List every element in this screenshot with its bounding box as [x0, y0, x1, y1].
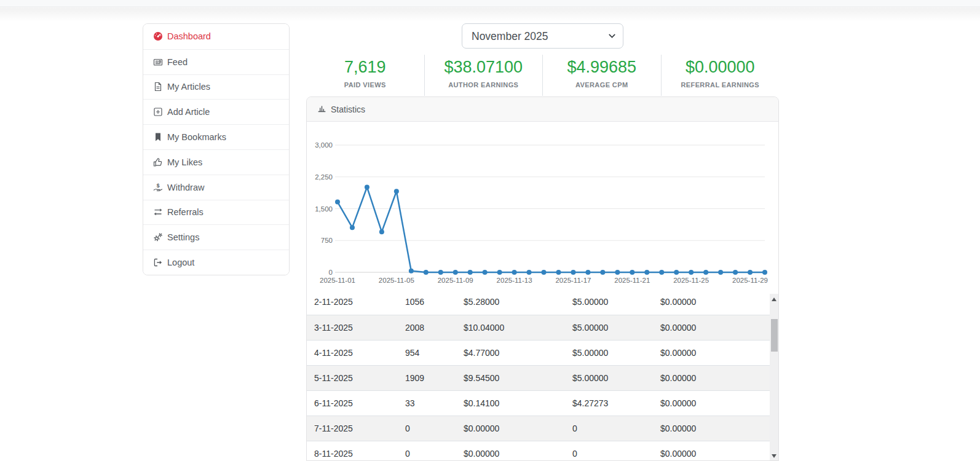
sidebar-item-label: Logout: [167, 258, 194, 267]
cell-earnings: $0.00000: [456, 441, 565, 461]
stat-label: AUTHOR EARNINGS: [425, 81, 543, 89]
statistics-line-chart[interactable]: 07501,5002,2503,0002025-11-012025-11-052…: [307, 122, 778, 290]
file-icon: [153, 82, 163, 92]
sidebar-item-my-bookmarks[interactable]: My Bookmarks: [143, 124, 289, 149]
table-row: 8-11-2025 0 $0.00000 0 $0.00000: [307, 441, 770, 461]
scrollbar-down-button[interactable]: [770, 451, 778, 461]
sidebar-item-label: Dashboard: [167, 31, 211, 41]
triangle-down-icon: [772, 454, 776, 458]
month-select-wrap: November 2025: [462, 23, 623, 49]
statistics-card: Statistics 07501,5002,2503,0002025-11-01…: [306, 97, 779, 461]
statistics-card-title: Statistics: [331, 104, 365, 114]
triangle-up-icon: [772, 297, 776, 301]
bookmark-icon: [153, 132, 163, 142]
cogs-icon: [153, 232, 163, 242]
cell-views: 2008: [398, 315, 456, 340]
cell-date: 6-11-2025: [307, 390, 398, 416]
table-row: 7-11-2025 0 $0.00000 0 $0.00000: [307, 416, 770, 441]
cell-cpm: 0: [565, 441, 653, 461]
daily-stats-table-wrap: 2-11-2025 1056 $5.28000 $5.00000 $0.0000…: [307, 290, 778, 461]
topbar-shadow: [0, 8, 980, 22]
svg-text:0: 0: [329, 269, 333, 276]
plus-square-icon: [153, 107, 163, 117]
cell-date: 2-11-2025: [307, 290, 398, 315]
sidebar-item-add-article[interactable]: Add Article: [143, 99, 289, 124]
daily-stats-table: 2-11-2025 1056 $5.28000 $5.00000 $0.0000…: [307, 290, 770, 461]
cell-cpm: $5.00000: [565, 315, 653, 340]
scrollbar-thumb[interactable]: [771, 319, 778, 352]
summary-stats-row: 7,619 PAID VIEWS $38.07100 AUTHOR EARNIN…: [306, 55, 779, 96]
cell-views: 1909: [398, 365, 456, 390]
stat-label: PAID VIEWS: [306, 81, 424, 89]
cell-referral: $0.00000: [653, 390, 770, 416]
table-row: 5-11-2025 1909 $9.54500 $5.00000 $0.0000…: [307, 365, 770, 390]
cell-views: 0: [398, 416, 456, 441]
cell-earnings: $5.28000: [456, 290, 565, 315]
stat-value: $4.99685: [543, 57, 661, 77]
hand-dollar-icon: $: [153, 183, 163, 192]
cell-earnings: $10.04000: [456, 315, 565, 340]
sidebar-item-label: Withdraw: [167, 183, 204, 192]
stat-paid-views: 7,619 PAID VIEWS: [306, 55, 424, 96]
cell-views: 0: [398, 441, 456, 461]
cell-earnings: $0.00000: [456, 416, 565, 441]
sidebar-item-my-likes[interactable]: My Likes: [143, 149, 289, 175]
month-select[interactable]: November 2025: [462, 23, 623, 49]
stat-label: AVERAGE CPM: [543, 81, 661, 89]
cell-date: 3-11-2025: [307, 315, 398, 340]
table-row: 4-11-2025 954 $4.77000 $5.00000 $0.00000: [307, 340, 770, 365]
sidebar-item-withdraw[interactable]: $ Withdraw: [143, 175, 289, 200]
sidebar-item-settings[interactable]: Settings: [143, 224, 289, 250]
cell-date: 4-11-2025: [307, 340, 398, 365]
scrollbar-up-button[interactable]: [770, 294, 778, 304]
cell-date: 8-11-2025: [307, 441, 398, 461]
cell-views: 33: [398, 390, 456, 416]
table-row: 2-11-2025 1056 $5.28000 $5.00000 $0.0000…: [307, 290, 770, 315]
svg-text:2025-11-17: 2025-11-17: [555, 277, 591, 284]
logout-icon: [153, 258, 163, 267]
svg-text:1,500: 1,500: [315, 205, 333, 213]
sidebar-item-feed[interactable]: Feed: [143, 49, 289, 74]
cell-date: 5-11-2025: [307, 365, 398, 390]
stat-average-cpm: $4.99685 AVERAGE CPM: [542, 55, 661, 96]
cell-referral: $0.00000: [653, 416, 770, 441]
thumbs-up-icon: [153, 157, 163, 167]
cell-date: 7-11-2025: [307, 416, 398, 441]
svg-text:2,250: 2,250: [315, 173, 333, 181]
table-scrollbar[interactable]: [770, 294, 778, 461]
cell-referral: $0.00000: [653, 290, 770, 315]
sidebar-item-dashboard[interactable]: Dashboard: [143, 24, 289, 49]
sidebar-item-my-articles[interactable]: My Articles: [143, 74, 289, 100]
cell-views: 954: [398, 340, 456, 365]
table-row: 6-11-2025 33 $0.14100 $4.27273 $0.00000: [307, 390, 770, 416]
bar-chart-icon: [317, 104, 326, 115]
sidebar-item-label: Referrals: [167, 207, 204, 217]
sidebar-item-label: Settings: [167, 232, 199, 242]
stat-value: $0.00000: [662, 57, 780, 77]
sidebar-item-label: My Articles: [167, 82, 210, 92]
cell-referral: $0.00000: [653, 315, 770, 340]
svg-text:$: $: [157, 183, 160, 189]
cell-earnings: $0.14100: [456, 390, 565, 416]
cell-cpm: $5.00000: [565, 340, 653, 365]
svg-text:2025-11-29: 2025-11-29: [732, 277, 768, 284]
cell-cpm: $4.27273: [565, 390, 653, 416]
svg-text:2025-11-13: 2025-11-13: [497, 277, 532, 284]
sidebar-item-referrals[interactable]: Referrals: [143, 200, 289, 225]
svg-text:750: 750: [321, 237, 333, 244]
stat-author-earnings: $38.07100 AUTHOR EARNINGS: [424, 55, 543, 96]
top-navigation-bar: [0, 0, 980, 7]
svg-text:2025-11-25: 2025-11-25: [673, 277, 709, 284]
table-row: 3-11-2025 2008 $10.04000 $5.00000 $0.000…: [307, 315, 770, 340]
svg-text:2025-11-09: 2025-11-09: [438, 277, 473, 284]
newspaper-icon: [153, 57, 163, 67]
svg-text:2025-11-21: 2025-11-21: [614, 277, 650, 284]
sidebar-item-logout[interactable]: Logout: [143, 250, 289, 275]
cell-cpm: 0: [565, 416, 653, 441]
stat-label: REFERRAL EARNINGS: [662, 81, 780, 89]
cell-referral: $0.00000: [653, 340, 770, 365]
svg-text:2025-11-01: 2025-11-01: [320, 277, 355, 284]
cell-cpm: $5.00000: [565, 290, 653, 315]
sidebar-item-label: Feed: [167, 57, 188, 67]
stat-referral-earnings: $0.00000 REFERRAL EARNINGS: [661, 55, 780, 96]
